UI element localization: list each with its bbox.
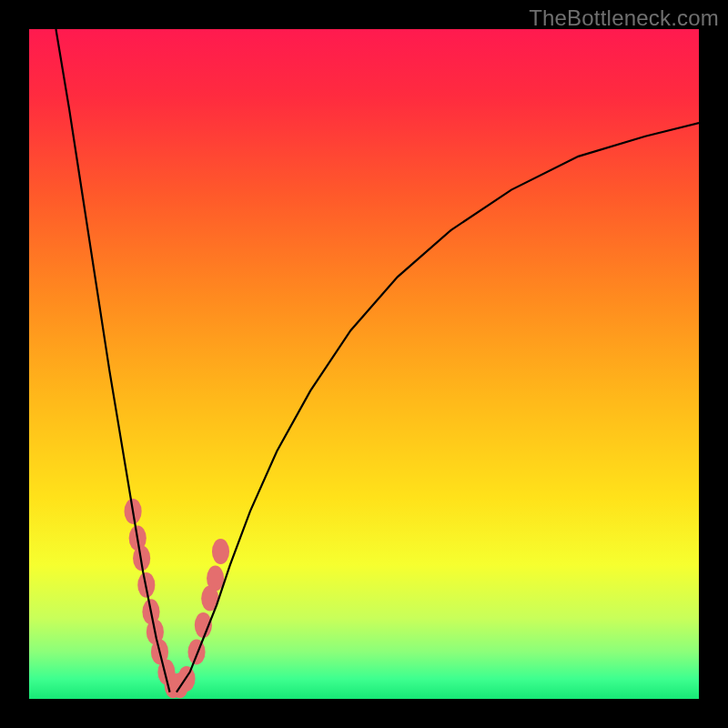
watermark-text: TheBottleneck.com <box>529 5 719 31</box>
curve-right-branch <box>177 123 699 693</box>
data-markers <box>125 499 230 698</box>
plot-area <box>29 29 699 699</box>
data-marker <box>207 566 224 592</box>
data-marker <box>187 639 205 664</box>
data-marker <box>212 539 229 564</box>
chart-frame: TheBottleneck.com <box>0 0 728 728</box>
chart-curves <box>29 29 699 699</box>
